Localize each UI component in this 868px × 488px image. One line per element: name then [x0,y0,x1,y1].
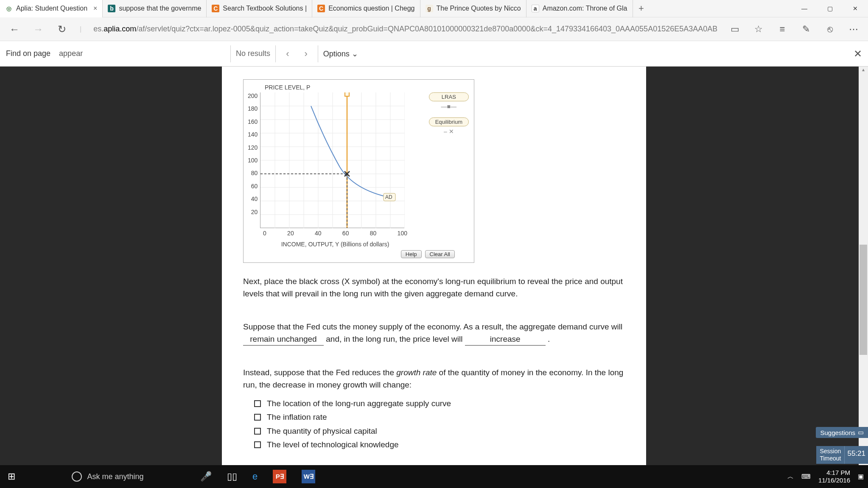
legend-eq-symbol: – ✕ [429,128,469,135]
tab-aplia[interactable]: ◎ Aplia: Student Question × [0,0,103,17]
close-icon[interactable]: × [93,5,97,12]
y-tick: 60 [251,183,258,190]
find-close-button[interactable]: ✕ [854,48,862,60]
session-label: Session [820,448,841,455]
refresh-button[interactable]: ↻ [56,23,68,35]
scrollbar[interactable]: ▴ ▾ [859,67,868,465]
url-bar[interactable]: es.aplia.com/af/servlet/quiz?ctx=ar.lope… [93,25,717,33]
tab-icon-amazon: a [532,5,539,12]
x-tick: 80 [370,230,377,237]
plot-area[interactable]: AD [260,92,404,228]
legend-equilibrium[interactable]: Equilibrium [429,117,469,126]
addressbar: ← → ↻ | es.aplia.com/af/servlet/quiz?ctx… [0,17,868,41]
favorite-icon[interactable]: ☆ [753,24,764,35]
maximize-button[interactable]: ▢ [817,0,843,17]
tray-chevron-icon[interactable]: ︿ [787,473,794,481]
notifications-icon[interactable]: ▣ [858,473,864,480]
y-tick: 180 [248,105,258,112]
tab-icon-goodreads: g [426,5,433,12]
check-label: The level of technological knowledge [267,438,399,452]
tab-chegg2[interactable]: C Economics question | Chegg [312,0,420,17]
legend-lras-symbol: —■— [429,103,469,110]
back-button[interactable]: ← [8,23,20,35]
minimize-button[interactable]: — [792,0,817,17]
x-tick: 0 [263,230,266,237]
powerpoint-taskbar-icon[interactable]: P∃ [265,465,294,488]
find-prev-button[interactable]: ‹ [281,48,294,59]
tab-icon-bing: b [108,5,115,12]
tray-time: 4:17 PM [818,469,850,477]
help-button[interactable]: Help [401,250,422,258]
check-row: The inflation rate [254,410,625,424]
legend-lras[interactable]: LRAS [429,92,469,101]
close-window-button[interactable]: ✕ [843,0,868,17]
find-input[interactable] [56,47,225,60]
x-tick: 100 [398,230,407,237]
more-icon[interactable]: ⋯ [848,24,860,35]
tab-icon-chegg: C [317,5,325,12]
word-taskbar-icon[interactable]: W∃ [294,465,323,488]
ad-label: AD [385,194,392,200]
suggestions-badge[interactable]: Suggestions▭ [816,427,868,438]
find-next-button[interactable]: › [299,48,312,59]
tab-label: Search Textbook Solutions | [223,5,307,12]
checkbox[interactable] [254,441,261,448]
tab-goodreads[interactable]: g The Prince Quotes by Nicco [420,0,526,17]
titlebar: ◎ Aplia: Student Question × b suppose th… [0,0,868,17]
chart-legend: LRAS —■— Equilibrium – ✕ [429,92,469,135]
find-options[interactable]: Options ⌄ [323,49,358,59]
findbar: Find on page No results ‹ › Options ⌄ ✕ [0,41,868,67]
y-tick: 120 [248,144,258,151]
chart-title: PRICE LEVEL, P [265,84,468,91]
tab-icon-chegg: C [212,5,219,12]
y-tick: 140 [248,131,258,138]
checkbox[interactable] [254,414,261,421]
tab-label: Aplia: Student Question [16,5,87,12]
keyboard-icon[interactable]: ⌨ [801,473,811,480]
cortana-placeholder: Ask me anything [87,472,143,481]
session-time: 55:21 [844,446,868,464]
find-results: No results [236,49,270,58]
new-tab-button[interactable]: + [633,0,650,17]
task-view-button[interactable]: ▯▯ [219,465,245,488]
find-label: Find on page [6,49,50,58]
cortana-search[interactable]: Ask me anything [23,465,193,488]
blank-2[interactable]: increase [465,333,546,346]
tray-clock[interactable]: 4:17 PM 11/16/2016 [818,469,850,484]
question-p2: Suppose that the Fed cuts the money supp… [243,321,625,346]
webnote-icon[interactable]: ✎ [800,24,812,35]
session-badge[interactable]: Session Timeout 55:21 [816,446,868,464]
mic-icon[interactable]: 🎤 [193,465,219,488]
check-label: The location of the long-run aggregate s… [267,397,451,410]
content-area: PRICE LEVEL, P 200 180 160 140 120 100 8… [0,67,868,465]
taskbar: ⊞ Ask me anything 🎤 ▯▯ e P∃ W∃ ︿ ⌨ 4:17 … [0,465,868,488]
x-tick: 20 [287,230,294,237]
checkbox[interactable] [254,400,261,407]
scroll-up-icon[interactable]: ▴ [859,67,868,76]
question-p1: Next, place the black cross (X symbol) a… [243,276,625,300]
session-label: Timeout [820,455,841,462]
reading-view-icon[interactable]: ▭ [729,24,741,35]
check-label: The inflation rate [267,410,327,424]
y-tick: 20 [251,209,258,215]
share-icon[interactable]: ⎋ [824,24,836,35]
tab-chegg1[interactable]: C Search Textbook Solutions | [207,0,312,17]
tab-label: The Prince Quotes by Nicco [437,5,521,12]
edge-taskbar-icon[interactable]: e [245,465,265,488]
checkbox[interactable] [254,428,261,435]
x-axis: 0 20 40 60 80 100 [263,230,407,237]
tab-label: suppose that the governme [119,5,201,12]
clear-all-button[interactable]: Clear All [425,250,455,258]
hub-icon[interactable]: ≡ [776,24,788,35]
scrollbar-thumb[interactable] [860,245,867,355]
start-button[interactable]: ⊞ [0,465,23,488]
chart-container: PRICE LEVEL, P 200 180 160 140 120 100 8… [243,79,474,263]
chevron-down-icon: ⌄ [352,50,358,58]
checkbox-list: The location of the long-run aggregate s… [254,397,625,452]
blank-1[interactable]: remain unchanged [243,333,324,346]
tab-amazon[interactable]: a Amazon.com: Throne of Gla [526,0,633,17]
y-tick: 40 [251,195,258,202]
tab-bing[interactable]: b suppose that the governme [103,0,207,17]
check-label: The quantity of physical capital [267,424,377,438]
forward-button[interactable]: → [32,23,44,35]
